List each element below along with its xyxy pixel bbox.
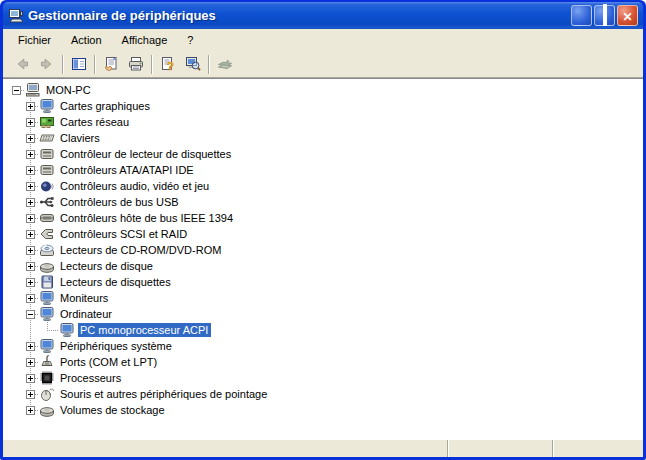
expand-plus-box[interactable] xyxy=(26,118,35,127)
show-hide-console-tree-button[interactable] xyxy=(66,53,91,75)
menu-item-fichier[interactable]: Fichier xyxy=(8,31,61,49)
tree-item-label[interactable]: Lecteurs de disquettes xyxy=(58,275,174,289)
print-button[interactable] xyxy=(123,53,148,75)
storage-volume-icon xyxy=(39,402,55,418)
tree-row[interactable]: Claviers xyxy=(3,130,643,146)
tree-row[interactable]: Ports (COM et LPT) xyxy=(3,354,643,370)
expand-plus-box[interactable] xyxy=(26,262,35,271)
properties-button[interactable] xyxy=(98,53,123,75)
tree-row[interactable]: MON-PC xyxy=(3,82,643,98)
tree-connector xyxy=(35,378,39,379)
tree-row[interactable]: Lecteurs de CD-ROM/DVD-ROM xyxy=(3,242,643,258)
expand-plus-box[interactable] xyxy=(26,278,35,287)
tree-item-label[interactable]: Contrôleurs de bus USB xyxy=(58,195,182,209)
toolbar-separator xyxy=(208,55,209,74)
tree-row[interactable]: Périphériques système xyxy=(3,338,643,354)
status-bar-panel xyxy=(552,440,643,457)
tree-row[interactable]: Ordinateur xyxy=(3,306,643,322)
tree-connector xyxy=(35,410,39,411)
tree-row[interactable]: PC monoprocesseur ACPI xyxy=(3,322,643,338)
tree-item-label[interactable]: Ordinateur xyxy=(58,307,115,321)
expand-plus-box[interactable] xyxy=(26,166,35,175)
collapse-minus-box[interactable] xyxy=(26,310,35,319)
minimize-button[interactable] xyxy=(571,5,592,26)
menu-item-help[interactable]: ? xyxy=(177,31,203,49)
tree-row[interactable]: Contrôleurs audio, vidéo et jeu xyxy=(3,178,643,194)
computer-device-icon xyxy=(39,306,55,322)
tree-connector xyxy=(35,266,39,267)
tree-row[interactable]: Volumes de stockage xyxy=(3,402,643,418)
help-button[interactable]: ? xyxy=(155,53,180,75)
tree-item-label[interactable]: Lecteurs de disque xyxy=(58,259,156,273)
expand-plus-box[interactable] xyxy=(26,214,35,223)
expand-plus-box[interactable] xyxy=(26,358,35,367)
tree-item-label[interactable]: Processeurs xyxy=(58,371,124,385)
expand-plus-box[interactable] xyxy=(26,294,35,303)
expand-plus-box[interactable] xyxy=(26,230,35,239)
close-button[interactable]: ✕ xyxy=(617,5,638,26)
tree-item-label[interactable]: Volumes de stockage xyxy=(58,403,168,417)
update-driver-button xyxy=(212,53,237,75)
tree-item-label-selected[interactable]: PC monoprocesseur ACPI xyxy=(78,323,211,337)
scan-computer-icon xyxy=(185,56,201,72)
tree-item-label[interactable]: Contrôleurs hôte de bus IEEE 1394 xyxy=(58,211,236,225)
tree-row[interactable]: Contrôleurs ATA/ATAPI IDE xyxy=(3,162,643,178)
tree-item-label[interactable]: Périphériques système xyxy=(58,339,175,353)
tree-row[interactable]: Cartes réseau xyxy=(3,114,643,130)
floppy-controller-icon xyxy=(39,146,55,162)
tree-item-label[interactable]: Contrôleurs SCSI et RAID xyxy=(58,227,190,241)
tree-connector xyxy=(35,362,39,363)
expand-plus-box[interactable] xyxy=(26,134,35,143)
tree-row[interactable]: Contrôleurs SCSI et RAID xyxy=(3,226,643,242)
tree-item-label[interactable]: Ports (COM et LPT) xyxy=(58,355,160,369)
tree-row[interactable]: Cartes graphiques xyxy=(3,98,643,114)
menu-item-affichage[interactable]: Affichage xyxy=(112,31,178,49)
tree-connector xyxy=(35,250,39,251)
computer-device-icon xyxy=(59,322,75,338)
tree-connector xyxy=(35,122,39,123)
tree-row[interactable]: Moniteurs xyxy=(3,290,643,306)
menu-bar: FichierActionAffichage? xyxy=(3,29,643,51)
tree-row[interactable]: Lecteurs de disque xyxy=(3,258,643,274)
expand-plus-box[interactable] xyxy=(26,390,35,399)
tree-item-label[interactable]: Moniteurs xyxy=(58,291,111,305)
tree-item-label[interactable]: Claviers xyxy=(58,131,103,145)
scan-hardware-changes-button[interactable] xyxy=(180,53,205,75)
maximize-button[interactable] xyxy=(594,5,615,26)
tree-row[interactable]: Contrôleur de lecteur de disquettes xyxy=(3,146,643,162)
close-icon: ✕ xyxy=(622,7,632,25)
expand-plus-box[interactable] xyxy=(26,246,35,255)
tree-item-label[interactable]: Lecteurs de CD-ROM/DVD-ROM xyxy=(58,243,224,257)
expand-plus-box[interactable] xyxy=(26,150,35,159)
tree-row[interactable]: Contrôleurs de bus USB xyxy=(3,194,643,210)
title-bar[interactable]: Gestionnaire de périphériques ✕ xyxy=(3,2,643,29)
tree-row[interactable]: Contrôleurs hôte de bus IEEE 1394 xyxy=(3,210,643,226)
expand-plus-box[interactable] xyxy=(26,198,35,207)
tree-item-label[interactable]: Cartes graphiques xyxy=(58,99,153,113)
system-device-icon xyxy=(39,338,55,354)
properties-icon xyxy=(103,56,119,72)
ide-controller-icon xyxy=(39,162,55,178)
tree-row[interactable]: Processeurs xyxy=(3,370,643,386)
tree-item-label[interactable]: Contrôleurs ATA/ATAPI IDE xyxy=(58,163,197,177)
tree-connector xyxy=(35,218,39,219)
tree-item-label[interactable]: Cartes réseau xyxy=(58,115,132,129)
tree-connector xyxy=(35,234,39,235)
tree-item-label[interactable]: Souris et autres périphériques de pointa… xyxy=(58,387,270,401)
tree-row[interactable]: Souris et autres périphériques de pointa… xyxy=(3,386,643,402)
port-icon xyxy=(39,354,55,370)
tree-row[interactable]: Lecteurs de disquettes xyxy=(3,274,643,290)
tree-item-label[interactable]: Contrôleurs audio, vidéo et jeu xyxy=(58,179,212,193)
expand-plus-box[interactable] xyxy=(26,406,35,415)
expand-plus-box[interactable] xyxy=(26,342,35,351)
tree-connector xyxy=(35,298,39,299)
tree-item-label[interactable]: MON-PC xyxy=(44,83,94,97)
collapse-minus-box[interactable] xyxy=(12,86,21,95)
tree-item-label[interactable]: Contrôleur de lecteur de disquettes xyxy=(58,147,234,161)
expand-plus-box[interactable] xyxy=(26,182,35,191)
menu-item-action[interactable]: Action xyxy=(61,31,112,49)
expand-plus-box[interactable] xyxy=(26,374,35,383)
tree-connector xyxy=(47,330,59,331)
toolbar-separator xyxy=(151,55,152,74)
expand-plus-box[interactable] xyxy=(26,102,35,111)
